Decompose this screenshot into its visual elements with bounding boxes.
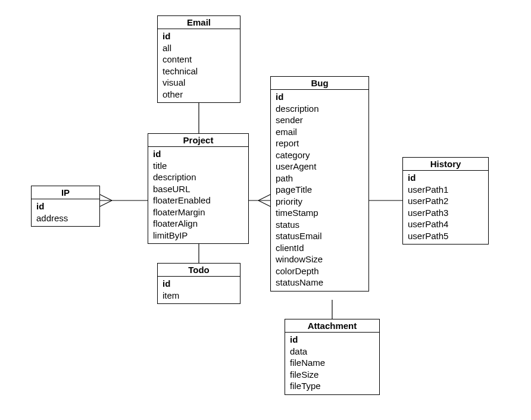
- entity-project-body: id title description baseURL floaterEnab…: [148, 147, 248, 243]
- entity-history: History id userPath1 userPath2 userPath3…: [402, 157, 489, 245]
- attr: colorDepth: [276, 265, 364, 277]
- attr: userAgent: [276, 161, 364, 173]
- attr: fileSize: [290, 369, 374, 381]
- entity-ip-body: id address: [32, 199, 99, 226]
- attr: userPath3: [408, 207, 483, 219]
- rel-project-bug-crow1: [258, 195, 270, 200]
- attr: other: [163, 89, 235, 101]
- attr: statusName: [276, 277, 364, 289]
- attr: userPath1: [408, 184, 483, 196]
- attr: path: [276, 173, 364, 184]
- attr: description: [153, 171, 243, 183]
- entity-todo-title: Todo: [158, 264, 240, 277]
- entity-ip: IP id address: [31, 186, 100, 227]
- attr-key: id: [36, 200, 95, 212]
- entity-email: Email id all content technical visual ot…: [157, 15, 240, 103]
- entity-project-title: Project: [148, 134, 248, 147]
- attr: item: [163, 290, 235, 302]
- entity-email-title: Email: [158, 16, 240, 29]
- attr: fileType: [290, 380, 374, 392]
- entity-ip-title: IP: [32, 186, 99, 199]
- attr: baseURL: [153, 183, 243, 195]
- entity-attachment-body: id data fileName fileSize fileType: [285, 333, 379, 394]
- attr: content: [163, 54, 235, 65]
- attr: technical: [163, 65, 235, 77]
- attr: timeStamp: [276, 207, 364, 219]
- rel-ip-project-crow1: [100, 195, 112, 200]
- attr-key: id: [153, 148, 243, 160]
- entity-email-body: id all content technical visual other: [158, 29, 240, 102]
- attr: title: [153, 160, 243, 172]
- attr: address: [36, 212, 95, 224]
- attr-key: id: [408, 172, 483, 184]
- entity-todo-body: id item: [158, 277, 240, 303]
- attr: email: [276, 126, 364, 138]
- attr: floaterEnabled: [153, 195, 243, 206]
- attr: data: [290, 346, 374, 358]
- entity-project: Project id title description baseURL flo…: [148, 133, 249, 244]
- attr: category: [276, 149, 364, 161]
- attr: clientId: [276, 242, 364, 254]
- entity-history-title: History: [403, 158, 488, 171]
- entity-attachment-title: Attachment: [285, 319, 379, 333]
- attr: windowSize: [276, 253, 364, 265]
- attr: priority: [276, 196, 364, 208]
- attr: pageTitle: [276, 184, 364, 196]
- attr-key: id: [276, 91, 364, 103]
- rel-ip-project-crow2: [100, 200, 112, 206]
- attr: description: [276, 103, 364, 115]
- attr-key: id: [290, 334, 374, 346]
- rel-project-bug-crow2: [258, 200, 270, 206]
- attr: status: [276, 219, 364, 231]
- attr: visual: [163, 77, 235, 89]
- attr: sender: [276, 114, 364, 126]
- attr: report: [276, 137, 364, 149]
- attr: limitByIP: [153, 230, 243, 242]
- entity-bug-title: Bug: [271, 77, 368, 90]
- attr: fileName: [290, 357, 374, 369]
- entity-bug-body: id description sender email report categ…: [271, 90, 368, 291]
- attr: statusEmail: [276, 230, 364, 242]
- attr: userPath4: [408, 218, 483, 230]
- entity-bug: Bug id description sender email report c…: [270, 76, 369, 292]
- entity-history-body: id userPath1 userPath2 userPath3 userPat…: [403, 171, 488, 244]
- attr: floaterAlign: [153, 218, 243, 230]
- attr: all: [163, 42, 235, 54]
- attr: userPath5: [408, 230, 483, 242]
- entity-attachment: Attachment id data fileName fileSize fil…: [285, 319, 380, 395]
- attr: userPath2: [408, 195, 483, 207]
- attr-key: id: [163, 30, 235, 42]
- entity-todo: Todo id item: [157, 263, 240, 304]
- attr: floaterMargin: [153, 206, 243, 218]
- attr-key: id: [163, 278, 235, 290]
